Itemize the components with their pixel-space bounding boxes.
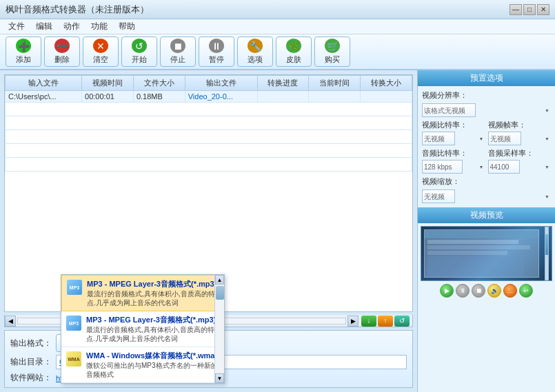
dropdown-item-title-0: MP3 - MPEG Layer-3音频格式(*.mp3) <box>87 279 219 289</box>
cell-current-time <box>309 91 361 103</box>
dropdown-scroll-up[interactable]: ▲ <box>215 275 224 285</box>
dropdown-item-2[interactable]: WMA WMA - Windows媒体音频格式(*.wma) 微软公司推出的与M… <box>61 347 224 383</box>
stop-button[interactable]: ⏹ 停止 <box>160 37 196 67</box>
audio-samplerate-label: 音频采样率： <box>488 148 552 158</box>
video-resolution-select[interactable]: 该格式无视频 <box>422 103 476 117</box>
download-button[interactable]: ↓ <box>361 316 376 327</box>
video-zoom-select[interactable]: 无视频 <box>422 189 455 203</box>
menu-action[interactable]: 动作 <box>58 19 85 34</box>
menu-help[interactable]: 帮助 <box>113 19 141 34</box>
delete-icon: ➖ <box>54 39 70 53</box>
table-row[interactable]: C:\Users\pc\... 00:00:01 0.18MB Video_20… <box>6 91 412 103</box>
scroll-right-button[interactable]: ▶ <box>347 316 359 327</box>
cell-size: 0.18MB <box>133 91 185 103</box>
preview-scrollbar[interactable] <box>545 227 549 280</box>
video-framerate-select[interactable]: 无视频 <box>488 132 521 145</box>
close-button[interactable]: ✕ <box>537 4 549 15</box>
clear-label: 清空 <box>93 54 108 65</box>
video-resolution-select-row: 该格式无视频 <box>422 103 551 117</box>
video-zoom-wrapper: 无视频 <box>422 189 551 203</box>
video-bitrate-wrapper: 无视频 <box>422 132 485 145</box>
refresh-button[interactable]: ↺ <box>394 316 410 327</box>
menu-file[interactable]: 文件 <box>3 19 30 34</box>
preview-volume-button[interactable]: 🔊 <box>487 284 501 298</box>
option-button[interactable]: 🔧 选项 <box>237 37 273 67</box>
video-bitrate-label: 视频比特率： <box>422 120 485 130</box>
clear-button[interactable]: ✕ 清空 <box>83 37 119 67</box>
audio-samplerate-wrapper: 44100 <box>488 160 552 174</box>
window-title: 枫叶音频格式转换器（未注册版本） <box>6 3 149 16</box>
video-bitrate-half: 视频比特率： 无视频 <box>422 120 485 145</box>
buy-label: 购买 <box>325 54 340 65</box>
delete-button[interactable]: ➖ 删除 <box>44 37 80 67</box>
dropdown-item-1[interactable]: MP3 MP3 - MPEG Layer-3音频格式(*.mp3) 最流行的音频… <box>61 311 224 347</box>
pause-button[interactable]: ⏸ 暂停 <box>199 37 234 67</box>
dropdown-scroll-thumb <box>216 286 224 300</box>
clear-icon: ✕ <box>93 39 108 53</box>
file-table: 输入文件 视频时间 文件大小 输出文件 转换进度 当前时间 转换大小 C:\Us… <box>5 75 412 172</box>
dropdown-item-0[interactable]: MP3 MP3 - MPEG Layer-3音频格式(*.mp3) 最流行的音频… <box>61 275 224 311</box>
start-icon: ↺ <box>132 39 147 53</box>
skin-button[interactable]: 🌿 皮肤 <box>276 37 312 67</box>
table-row-empty2 <box>6 116 412 130</box>
start-label: 开始 <box>132 54 147 65</box>
format-label: 输出格式： <box>10 338 52 349</box>
preview-play-button[interactable]: ▶ <box>440 284 454 298</box>
option-label: 选项 <box>248 54 263 65</box>
col-progress: 转换进度 <box>257 76 309 91</box>
preset-area: 视频分辨率： 该格式无视频 视频比特率： 无视频 <box>418 86 555 207</box>
preview-controls: ▶ ⏸ ⏹ 🔊 … ↩ <box>421 284 552 298</box>
minimize-button[interactable]: — <box>509 4 522 15</box>
audio-bitrate-wrapper: 128 kbps <box>422 160 485 174</box>
cell-output: Video_20-0... <box>185 91 257 103</box>
video-zoom-row: 视频缩放： <box>422 176 551 187</box>
preview-more-button[interactable]: … <box>503 284 517 298</box>
dropdown-scrollbar[interactable]: ▲ ▼ <box>214 275 224 383</box>
audio-bitrate-select[interactable]: 128 kbps <box>422 160 463 174</box>
dropdown-item-title-1: MP3 - MPEG Layer-3音频格式(*.mp3) <box>86 315 220 325</box>
cell-progress <box>257 91 309 103</box>
title-bar: 枫叶音频格式转换器（未注册版本） — □ ✕ <box>0 0 555 19</box>
pause-icon: ⏸ <box>209 39 224 53</box>
col-current-time: 当前时间 <box>309 76 361 91</box>
dropdown-item-text-0: MP3 - MPEG Layer-3音频格式(*.mp3) 最流行的音频格式,具… <box>87 279 219 307</box>
table-row-empty5 <box>6 158 412 172</box>
add-button[interactable]: ➕ 添加 <box>6 37 41 67</box>
dropdown-item-desc-0: 最流行的音频格式,具有体积小,音质高的特点.几乎成为网上音乐的代名词 <box>87 289 219 307</box>
audio-bitrate-half: 音频比特率： 128 kbps <box>422 148 485 174</box>
pause-label: 暂停 <box>209 54 224 65</box>
preview-title: 视频预览 <box>418 207 555 223</box>
preview-area: ▶ ⏸ ⏹ 🔊 … ↩ <box>418 223 555 300</box>
video-zoom-select-row: 无视频 <box>422 189 551 203</box>
website-label: 软件网站： <box>10 372 52 384</box>
window-controls[interactable]: — □ ✕ <box>509 4 549 15</box>
buy-button[interactable]: 🛒 购买 <box>314 37 350 67</box>
video-zoom-label: 视频缩放： <box>422 176 460 187</box>
menu-function[interactable]: 功能 <box>85 19 113 34</box>
preview-stop-button[interactable]: ⏹ <box>472 284 485 298</box>
dropdown-item-desc-1: 最流行的音频格式,具有体积小,音质高的特点.几乎成为网上音乐的代名词 <box>86 325 220 343</box>
table-row-empty3 <box>6 130 412 144</box>
upload-button[interactable]: ↑ <box>378 316 393 327</box>
cell-input: C:\Users\pc\... <box>6 91 82 103</box>
wma-icon-2: WMA <box>65 351 82 367</box>
col-input: 输入文件 <box>6 76 82 91</box>
preview-pause-button[interactable]: ⏸ <box>456 284 470 298</box>
audio-row: 音频比特率： 128 kbps 音频采样率： 44100 <box>422 148 551 174</box>
start-button[interactable]: ↺ 开始 <box>121 37 157 67</box>
col-size: 文件大小 <box>133 76 185 91</box>
video-bitrate-select[interactable]: 无视频 <box>422 132 455 145</box>
dropdown-item-title-2: WMA - Windows媒体音频格式(*.wma) <box>86 351 220 361</box>
dropdown-item-text-2: WMA - Windows媒体音频格式(*.wma) 微软公司推出的与MP3格式… <box>86 351 220 379</box>
maximize-button[interactable]: □ <box>523 4 536 15</box>
dropdown-scroll-track[interactable] <box>215 285 224 373</box>
preview-loop-button[interactable]: ↩ <box>519 284 533 298</box>
col-output: 输出文件 <box>185 76 257 91</box>
menu-edit[interactable]: 编辑 <box>30 19 58 34</box>
audio-samplerate-select[interactable]: 44100 <box>488 160 520 174</box>
skin-icon: 🌿 <box>286 39 301 53</box>
dropdown-scroll-down[interactable]: ▼ <box>215 373 224 383</box>
video-framerate-label: 视频帧率： <box>488 120 552 130</box>
scroll-left-button[interactable]: ◀ <box>5 316 16 327</box>
option-icon: 🔧 <box>248 39 263 53</box>
